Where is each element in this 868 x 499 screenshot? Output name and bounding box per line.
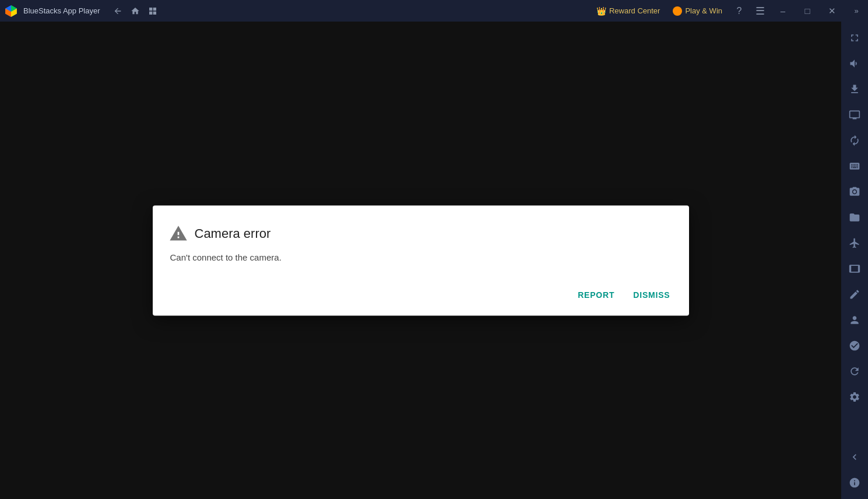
rotate-icon[interactable] (843, 129, 866, 152)
tv-icon[interactable] (843, 103, 866, 126)
titlebar-left: BlueStacks App Player (5, 5, 157, 17)
refresh-icon[interactable] (843, 360, 866, 383)
settings-icon[interactable] (843, 385, 866, 409)
back-icon[interactable] (113, 6, 122, 16)
multiwindow-icon[interactable] (148, 6, 157, 16)
menu-button[interactable]: ☰ (750, 0, 770, 22)
camera-icon[interactable] (843, 180, 866, 203)
edit-icon[interactable] (843, 283, 866, 306)
folder-icon[interactable] (843, 206, 866, 229)
warning-triangle-icon (169, 224, 188, 243)
reward-center-label: Reward Center (609, 6, 660, 15)
crown-icon: 👑 (596, 6, 606, 16)
airplane-icon[interactable] (843, 231, 866, 255)
dialog-actions: REPORT DISMISS (169, 285, 673, 304)
dialog-title: Camera error (195, 226, 271, 241)
expand-button[interactable]: » (845, 0, 868, 22)
info-icon[interactable] (843, 471, 866, 494)
dismiss-button[interactable]: DISMISS (631, 285, 672, 304)
maximize-button[interactable]: □ (796, 0, 819, 22)
minimize-button[interactable]: – (771, 0, 795, 22)
play-win-label: Play & Win (685, 6, 722, 15)
account-icon[interactable] (843, 308, 866, 332)
home-icon[interactable] (131, 6, 140, 16)
help-button[interactable]: ? (729, 0, 749, 22)
right-sidebar (841, 22, 868, 499)
close-button[interactable]: ✕ (820, 0, 844, 22)
bluestacks-logo (5, 5, 17, 17)
download-icon[interactable] (843, 78, 866, 101)
dialog-body: Can't connect to the camera. (169, 252, 673, 262)
dialog-title-row: Camera error (169, 224, 673, 243)
keyboard-icon[interactable] (843, 154, 866, 178)
reward-center-button[interactable]: 👑 Reward Center (591, 4, 666, 18)
tablet-icon[interactable] (843, 257, 866, 280)
settings2-icon[interactable] (843, 334, 866, 357)
fullscreen-icon[interactable] (843, 26, 866, 50)
camera-error-dialog: Camera error Can't connect to the camera… (153, 205, 689, 315)
titlebar: BlueStacks App Player 👑 Reward Center Pl… (0, 0, 868, 22)
app-name-label: BlueStacks App Player (23, 6, 100, 15)
report-button[interactable]: REPORT (575, 285, 617, 304)
arrow-left-icon[interactable] (843, 445, 866, 469)
main-area: Camera error Can't connect to the camera… (0, 22, 868, 499)
volume-icon[interactable] (843, 52, 866, 75)
content-area: Camera error Can't connect to the camera… (0, 22, 841, 499)
titlebar-nav (113, 6, 157, 16)
titlebar-right: 👑 Reward Center Play & Win ? ☰ – □ ✕ » (591, 0, 868, 22)
play-win-button[interactable]: Play & Win (667, 4, 728, 18)
playcoin-icon (673, 6, 682, 16)
